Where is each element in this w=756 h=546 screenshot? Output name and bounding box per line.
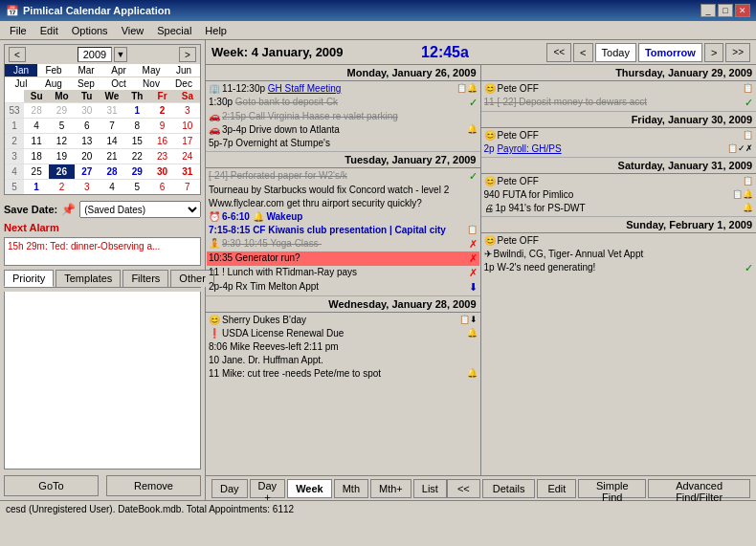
event-text[interactable]: 940 FUTA for Pimlico <box>484 189 733 200</box>
event-text[interactable]: 11 ! Lunch with RTidman-Ray pays <box>209 267 469 277</box>
event-text[interactable]: Pete OFF <box>498 235 754 246</box>
cal-day[interactable]: 17 <box>175 134 200 148</box>
cal-day[interactable]: 4 <box>100 180 124 194</box>
menu-special[interactable]: Special <box>151 24 197 37</box>
cal-day[interactable]: 1 <box>24 180 49 194</box>
cal-day[interactable]: 21 <box>100 149 124 164</box>
tab-filters[interactable]: Filters <box>122 270 168 287</box>
cal-day[interactable]: 10 <box>175 119 200 133</box>
cal-day[interactable]: 22 <box>124 149 149 164</box>
event-text[interactable]: 11 Mike: cut tree -needs Pete/me to spot <box>209 368 467 379</box>
month-apr[interactable]: Apr <box>102 64 135 77</box>
event-text[interactable]: Sherry Dukes B'day <box>222 315 459 325</box>
cal-day[interactable]: 16 <box>149 134 174 148</box>
cal-day[interactable]: 20 <box>75 149 100 164</box>
event-text[interactable]: 1p W-2's need generating! <box>484 262 745 273</box>
cal-day[interactable]: 28 <box>100 164 124 179</box>
view-dayplus-button[interactable]: Day + <box>250 479 286 498</box>
cal-day[interactable]: 1 <box>124 103 149 118</box>
month-jul[interactable]: Jul <box>5 77 37 90</box>
event-text[interactable]: 5p-7p Overnight at Stumpe's <box>209 138 478 148</box>
cal-day[interactable]: 19 <box>49 149 74 164</box>
event-text[interactable]: 7:15-8:15 CF Kiwanis club presentation |… <box>209 225 467 235</box>
view-day-button[interactable]: Day <box>211 479 248 498</box>
next-month-button[interactable]: > <box>179 47 196 62</box>
save-date-select[interactable]: (Saved Dates) <box>79 201 201 218</box>
details-button[interactable]: Details <box>482 479 536 498</box>
view-list-button[interactable]: List <box>413 479 447 498</box>
event-text[interactable]: 3p-4p Drive down to Atlanta <box>222 124 467 135</box>
event-text[interactable]: 2p-4p Rx Tim Melton Appt <box>209 281 469 292</box>
menu-help[interactable]: Help <box>199 24 233 37</box>
month-nov[interactable]: Nov <box>135 77 167 90</box>
cal-day[interactable]: 25 <box>24 164 49 179</box>
cal-day[interactable]: 27 <box>75 164 100 179</box>
cal-day[interactable]: 4 <box>24 119 49 133</box>
cal-day[interactable]: 31 <box>100 103 124 118</box>
tab-templates[interactable]: Templates <box>56 270 121 287</box>
menu-file[interactable]: File <box>4 24 33 37</box>
view-week-button[interactable]: Week <box>287 479 332 498</box>
event-text[interactable]: Www.flyclear.com get thru airport securi… <box>209 198 478 208</box>
cal-day[interactable]: 29 <box>124 164 149 179</box>
cal-day[interactable]: 30 <box>75 103 100 118</box>
cal-day[interactable]: 23 <box>149 149 174 164</box>
event-text[interactable]: 10:35 Generator run? <box>209 252 469 263</box>
event-text[interactable]: Tourneau by Starbucks would fix Concord … <box>209 185 478 195</box>
month-jan[interactable]: Jan <box>5 64 37 77</box>
menu-view[interactable]: View <box>116 24 150 37</box>
nav-prev-prev-button[interactable]: << <box>546 43 571 62</box>
cal-day[interactable]: 30 <box>149 164 174 179</box>
simple-find-button[interactable]: Simple Find <box>578 479 646 498</box>
view-month-button[interactable]: Mth <box>334 479 368 498</box>
event-text[interactable]: USDA License Renewal Due <box>222 328 467 339</box>
cal-day-today[interactable]: 26 <box>49 164 74 179</box>
cal-day[interactable]: 14 <box>100 134 124 148</box>
nav-next-next-button[interactable]: >> <box>725 43 750 62</box>
cal-day[interactable]: 31 <box>175 164 200 179</box>
cal-day[interactable]: 12 <box>49 134 74 148</box>
month-sep[interactable]: Sep <box>70 77 102 90</box>
cal-day[interactable]: 6 <box>149 180 174 194</box>
nav-tomorrow-button[interactable]: Tomorrow <box>638 43 702 62</box>
event-text[interactable]: 8:06 Mike Reeves-left 2:11 pm <box>209 341 478 352</box>
cal-day[interactable]: 7 <box>175 180 200 194</box>
event-text[interactable]: Pete OFF <box>498 83 744 94</box>
cal-day[interactable]: 5 <box>124 180 149 194</box>
cal-day[interactable]: 6 <box>75 119 100 133</box>
maximize-button[interactable]: □ <box>718 4 733 17</box>
cal-day[interactable]: 8 <box>124 119 149 133</box>
month-mar[interactable]: Mar <box>70 64 102 77</box>
month-dec[interactable]: Dec <box>167 77 200 90</box>
cal-day[interactable]: 2 <box>49 180 74 194</box>
event-text[interactable]: 2p Payroll: GH/PS <box>484 143 728 154</box>
goto-button[interactable]: GoTo <box>4 475 99 496</box>
event-text[interactable]: 9:30-10:45 Yoga Class- <box>222 238 469 249</box>
month-oct[interactable]: Oct <box>102 77 135 90</box>
cal-day[interactable]: 7 <box>100 119 124 133</box>
cal-day[interactable]: 11 <box>24 134 49 148</box>
cal-day[interactable]: 9 <box>149 119 174 133</box>
cal-day[interactable]: 29 <box>49 103 74 118</box>
remove-button[interactable]: Remove <box>106 475 201 496</box>
event-text[interactable]: Bwilndi, CG, Tiger- Annual Vet Appt <box>494 249 754 259</box>
cal-day[interactable]: 5 <box>49 119 74 133</box>
tab-priority[interactable]: Priority <box>4 270 54 287</box>
event-text[interactable]: 1:30p Goto bank to deposit Ck <box>209 97 469 107</box>
year-input[interactable] <box>78 47 112 62</box>
event-text[interactable]: [-24] Perforated paper for W2's/k <box>209 170 469 181</box>
month-aug[interactable]: Aug <box>37 77 70 90</box>
event-text[interactable]: Pete OFF <box>498 176 744 186</box>
event-text[interactable]: Pete OFF <box>498 130 744 141</box>
close-button[interactable]: ✕ <box>735 4 750 17</box>
window-controls[interactable]: _ □ ✕ <box>700 4 750 17</box>
event-text[interactable]: 1p 941's for PS-DWT <box>496 203 744 213</box>
menu-options[interactable]: Options <box>66 24 114 37</box>
prev-month-button[interactable]: < <box>9 47 26 62</box>
advanced-find-button[interactable]: Advanced Find/Filter <box>648 479 750 498</box>
event-text[interactable]: 11 [-22] Deposit money to dewars acct <box>484 97 745 107</box>
cal-day[interactable]: 28 <box>24 103 49 118</box>
cal-day[interactable]: 13 <box>75 134 100 148</box>
menu-edit[interactable]: Edit <box>34 24 64 37</box>
month-jun[interactable]: Jun <box>167 64 200 77</box>
